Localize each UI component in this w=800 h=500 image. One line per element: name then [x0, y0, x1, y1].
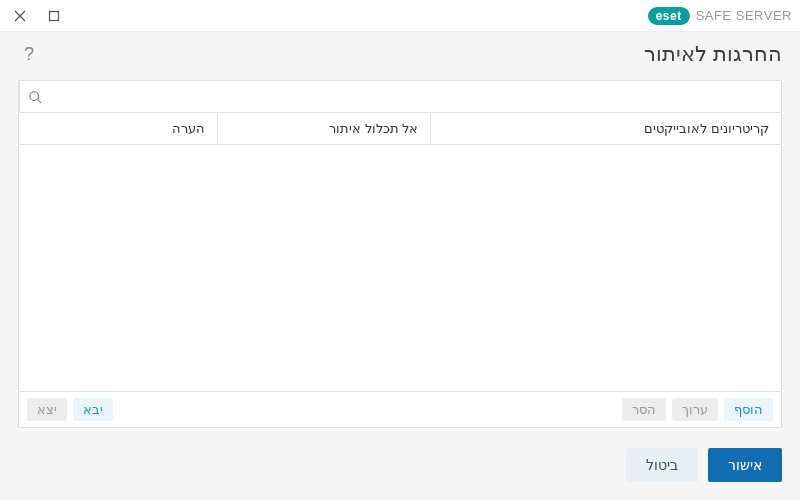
table-header: קריטריונים לאובייקטים אל תכלול איתור הער…	[19, 113, 781, 145]
page-title: החרגות לאיתור	[48, 42, 782, 66]
search-input[interactable]	[49, 81, 781, 112]
header-row: החרגות לאיתור ?	[0, 32, 800, 80]
svg-rect-0	[50, 11, 59, 20]
column-criteria[interactable]: קריטריונים לאובייקטים	[430, 113, 781, 144]
window-controls	[12, 8, 62, 24]
column-comment[interactable]: הערה	[19, 113, 217, 144]
actions-row: הוסף ערוך הסר יבא יצא	[19, 391, 781, 427]
close-icon[interactable]	[12, 8, 28, 24]
search-icon[interactable]	[19, 81, 49, 112]
brand: eset SAFE SERVER	[648, 7, 792, 25]
add-button[interactable]: הוסף	[724, 398, 773, 421]
import-button[interactable]: יבא	[73, 398, 113, 421]
brand-badge: eset	[648, 7, 690, 25]
remove-button: הסר	[622, 398, 666, 421]
title-bar: eset SAFE SERVER	[0, 0, 800, 32]
maximize-icon[interactable]	[46, 8, 62, 24]
exclusions-panel: קריטריונים לאובייקטים אל תכלול איתור הער…	[18, 80, 782, 428]
brand-product: SAFE SERVER	[696, 8, 792, 23]
help-icon[interactable]: ?	[18, 43, 40, 65]
edit-button: ערוך	[672, 398, 718, 421]
column-exclude[interactable]: אל תכלול איתור	[217, 113, 430, 144]
content-area: החרגות לאיתור ? קריטריונים לאובייקטים אל…	[0, 32, 800, 500]
footer: אישור ביטול	[0, 430, 800, 500]
cancel-button[interactable]: ביטול	[626, 448, 698, 482]
svg-point-1	[29, 91, 38, 100]
table-body	[19, 145, 781, 391]
search-row	[19, 81, 781, 113]
export-button: יצא	[27, 398, 67, 421]
ok-button[interactable]: אישור	[708, 448, 782, 482]
